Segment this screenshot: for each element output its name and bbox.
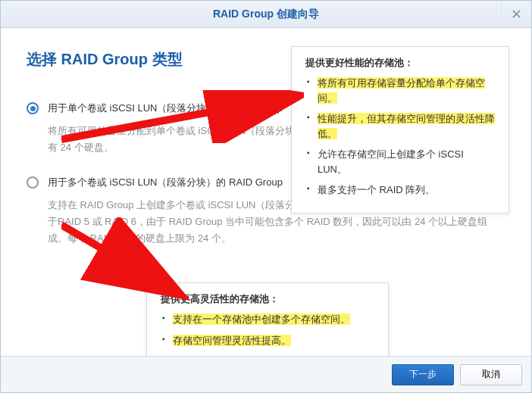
footer: 下一步 取消 bbox=[1, 356, 531, 392]
wizard-dialog: RAID Group 创建向导 ✕ 选择 RAID Group 类型 用于单个卷… bbox=[0, 0, 532, 393]
panel-performance: 提供更好性能的存储池： 将所有可用存储容量分配给单个存储空间。 性能提升，但其存… bbox=[291, 46, 509, 214]
panel-performance-title: 提供更好性能的存储池： bbox=[305, 56, 495, 70]
panel-performance-list: 将所有可用存储容量分配给单个存储空间。 性能提升，但其存储空间管理的灵活性降低。… bbox=[305, 76, 495, 198]
option-single-label: 用于单个卷或 iSCSI LUN（段落分块）的 RAID Group bbox=[48, 101, 283, 115]
list-item: 将所有可用存储容量分配给单个存储空间。 bbox=[318, 76, 495, 105]
content-area: 选择 RAID Group 类型 用于单个卷或 iSCSI LUN（段落分块）的… bbox=[1, 28, 531, 356]
list-item: 性能提升，但其存储空间管理的灵活性降低。 bbox=[318, 111, 495, 141]
titlebar-title: RAID Group 创建向导 bbox=[213, 8, 319, 21]
cancel-button[interactable]: 取消 bbox=[460, 364, 522, 385]
list-item: 存储空间管理灵活性提高。 bbox=[173, 333, 374, 348]
option-multi-label: 用于多个卷或 iSCSI LUN（段落分块）的 RAID Group bbox=[48, 176, 283, 189]
next-button[interactable]: 下一步 bbox=[392, 364, 454, 385]
radio-multi[interactable] bbox=[27, 176, 39, 189]
list-item: 最多支持一个 RAID 阵列。 bbox=[318, 182, 495, 198]
radio-single[interactable] bbox=[27, 102, 39, 114]
titlebar: RAID Group 创建向导 ✕ bbox=[1, 1, 531, 28]
close-icon[interactable]: ✕ bbox=[501, 1, 531, 28]
list-item: 允许在存储空间上创建多个 iSCSI LUN。 bbox=[318, 147, 495, 176]
panel-flexibility-list: 支持在一个存储池中创建多个存储空间。 存储空间管理灵活性提高。 允许在存储空间上… bbox=[161, 312, 374, 356]
panel-flexibility: 提供更高灵活性的存储池： 支持在一个存储池中创建多个存储空间。 存储空间管理灵活… bbox=[146, 282, 389, 356]
list-item: 支持在一个存储池中创建多个存储空间。 bbox=[173, 312, 374, 327]
panel-flexibility-title: 提供更高灵活性的存储池： bbox=[161, 292, 374, 306]
